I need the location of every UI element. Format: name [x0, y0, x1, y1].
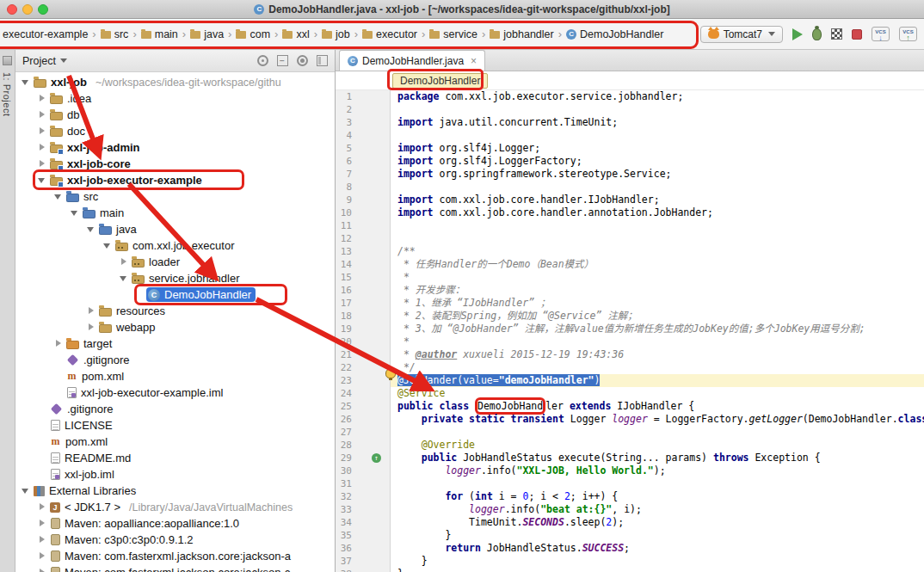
breadcrumb-item-executor-example[interactable]: executor-example: [0, 27, 90, 42]
code-line-22[interactable]: 22 */: [336, 361, 924, 374]
code-line-14[interactable]: 14 * 任务Handler的一个Demo（Bean模式）: [336, 258, 924, 271]
intention-bulb-icon[interactable]: [385, 368, 396, 378]
vcs-commit-icon[interactable]: [899, 27, 917, 41]
code-line-34[interactable]: 34 TimeUnit.SECONDS.sleep(2);: [336, 516, 924, 529]
close-window-button[interactable]: [7, 4, 17, 15]
tree-item-webapp[interactable]: webapp: [15, 319, 335, 335]
tree-item-service.jobhandler[interactable]: service.jobhandler: [15, 270, 335, 286]
expand-arrow-icon[interactable]: [37, 126, 46, 136]
code-line-17[interactable]: 17 * 1、继承 “IJobHandler” ；: [336, 297, 924, 310]
editor-breadcrumb-class[interactable]: DemoJobHandler: [392, 73, 488, 89]
tree-item-externallibraries[interactable]: External Libraries: [15, 483, 335, 499]
code-line-33[interactable]: 33 logger.info("beat at:{}", i);: [336, 503, 924, 516]
project-tool-button[interactable]: 1: Project: [2, 72, 12, 116]
code-line-2[interactable]: 2: [336, 103, 924, 116]
expand-arrow-icon[interactable]: [70, 208, 79, 218]
breadcrumb-item-executor[interactable]: executor: [360, 27, 420, 42]
code-line-6[interactable]: 6import org.slf4j.LoggerFactory;: [336, 155, 924, 168]
tree-item-readme.md[interactable]: README.md: [15, 450, 335, 466]
expand-arrow-icon[interactable]: [37, 519, 46, 528]
breadcrumb-item-xxl[interactable]: xxl: [280, 27, 311, 42]
code-line-25[interactable]: 25public class DemoJobHandler extends IJ…: [336, 400, 924, 413]
vcs-update-icon[interactable]: [872, 27, 890, 41]
breadcrumb-item-jobhandler[interactable]: jobhandler: [487, 27, 556, 42]
run-config-selector[interactable]: Tomcat7: [700, 26, 783, 43]
expand-arrow-icon[interactable]: [119, 257, 128, 267]
code-line-18[interactable]: 18 * 2、装配到Spring，例如加 “@Service” 注解；: [336, 310, 924, 323]
hide-icon[interactable]: [317, 55, 328, 66]
tree-item-xxl-job-admin[interactable]: xxl-job-admin: [15, 139, 335, 156]
code-line-31[interactable]: 31: [336, 477, 924, 490]
code-line-38[interactable]: 38}: [336, 568, 924, 572]
code-line-13[interactable]: 13/**: [336, 245, 924, 258]
tree-item-.gitignore[interactable]: .gitignore: [15, 401, 335, 417]
expand-arrow-icon[interactable]: [53, 339, 63, 348]
code-line-28[interactable]: 28 @Override: [336, 439, 924, 452]
expand-arrow-icon[interactable]: [21, 77, 30, 87]
code-line-12[interactable]: 12: [336, 232, 924, 245]
tree-item-mavenaopallianceaopalliance1.0[interactable]: Maven: aopalliance:aopalliance:1.0: [15, 515, 335, 532]
code-line-9[interactable]: 9import com.xxl.job.core.handler.IJobHan…: [336, 194, 924, 206]
expand-arrow-icon[interactable]: [86, 323, 95, 332]
expand-arrow-icon[interactable]: [102, 241, 112, 250]
code-line-19[interactable]: 19 * 3、加 “@JobHander” 注解，注解value值为新增任务生成…: [336, 323, 924, 335]
code-line-35[interactable]: 35 }: [336, 529, 924, 542]
code-line-11[interactable]: 11: [336, 219, 924, 232]
code-line-10[interactable]: 10import com.xxl.job.core.handler.annota…: [336, 206, 924, 219]
tree-item-xxl-job-core[interactable]: xxl-job-core: [15, 156, 335, 172]
breadcrumb-item-src[interactable]: src: [98, 27, 132, 42]
project-view-selector[interactable]: Project: [22, 55, 257, 67]
code-line-29[interactable]: 29↑ public JobHandleStatus execute(Strin…: [336, 452, 924, 464]
breadcrumb-item-java[interactable]: java: [188, 27, 226, 42]
expand-arrow-icon[interactable]: [37, 143, 46, 152]
breadcrumb-item-job[interactable]: job: [319, 27, 353, 42]
code-line-8[interactable]: 8: [336, 181, 924, 194]
breadcrumb-item-demojobhandler[interactable]: DemoJobHandler: [564, 27, 666, 42]
expand-arrow-icon[interactable]: [53, 192, 63, 201]
expand-arrow-icon[interactable]: [37, 94, 46, 103]
code-line-36[interactable]: 36 return JobHandleStatus.SUCCESS;: [336, 542, 924, 555]
breadcrumb-item-com[interactable]: com: [233, 27, 273, 42]
expand-arrow-icon[interactable]: [86, 224, 95, 234]
stop-icon[interactable]: [852, 29, 862, 40]
code-line-7[interactable]: 7import org.springframework.stereotype.S…: [336, 168, 924, 181]
code-line-1[interactable]: 1package com.xxl.job.executor.service.jo…: [336, 90, 924, 103]
tree-item-resources[interactable]: resources: [15, 303, 335, 319]
expand-arrow-icon[interactable]: [86, 306, 95, 316]
tree-item-demojobhandler[interactable]: DemoJobHandler: [15, 286, 335, 303]
expand-arrow-icon[interactable]: [37, 551, 46, 561]
code-line-27[interactable]: 27: [336, 426, 924, 439]
code-line-20[interactable]: 20 *: [336, 335, 924, 348]
tree-item-xxl-job[interactable]: xxl-job~/workspaces/idea-git-workspace/g…: [15, 74, 335, 90]
tree-item-main[interactable]: main: [15, 205, 335, 221]
editor-tab-demojobhandler[interactable]: DemoJobHandler.java ×: [339, 50, 485, 71]
expand-arrow-icon[interactable]: [37, 175, 46, 185]
run-icon[interactable]: [792, 28, 803, 40]
expand-arrow-icon[interactable]: [119, 274, 128, 283]
expand-arrow-icon[interactable]: [37, 110, 46, 120]
code-area[interactable]: 1package com.xxl.job.executor.service.jo…: [336, 90, 924, 572]
code-line-37[interactable]: 37 }: [336, 555, 924, 568]
code-line-32[interactable]: 32 for (int i = 0; i < 2; i++) {: [336, 490, 924, 503]
tree-item-java[interactable]: java: [15, 221, 335, 237]
tree-item-db[interactable]: db: [15, 107, 335, 123]
tree-item-xxl-job.iml[interactable]: xxl-job.iml: [15, 466, 335, 483]
expand-arrow-icon[interactable]: [37, 568, 46, 572]
tree-item-license[interactable]: LICENSE: [15, 417, 335, 434]
minimize-window-button[interactable]: [22, 4, 33, 15]
expand-arrow-icon[interactable]: [37, 159, 46, 169]
tree-item-doc[interactable]: doc: [15, 123, 335, 139]
close-tab-icon[interactable]: ×: [471, 55, 477, 67]
debug-icon[interactable]: [812, 28, 822, 40]
zoom-window-button[interactable]: [38, 4, 48, 15]
tree-item-xxl-job-executor-example.iml[interactable]: xxl-job-executor-example.iml: [15, 384, 335, 401]
tree-item-src[interactable]: src: [15, 188, 335, 205]
tree-item-pom.xml[interactable]: pom.xml: [15, 368, 335, 384]
tree-item-.idea[interactable]: .idea: [15, 90, 335, 107]
code-line-5[interactable]: 5import org.slf4j.Logger;: [336, 142, 924, 155]
tree-item-com.xxl.job.executor[interactable]: com.xxl.job.executor: [15, 237, 335, 254]
tree-item-xxl-job-executor-example[interactable]: xxl-job-executor-example: [15, 172, 335, 188]
tree-item-target[interactable]: target: [15, 335, 335, 352]
tree-item-loader[interactable]: loader: [15, 254, 335, 270]
code-line-26[interactable]: 26 private static transient Logger logge…: [336, 413, 924, 426]
